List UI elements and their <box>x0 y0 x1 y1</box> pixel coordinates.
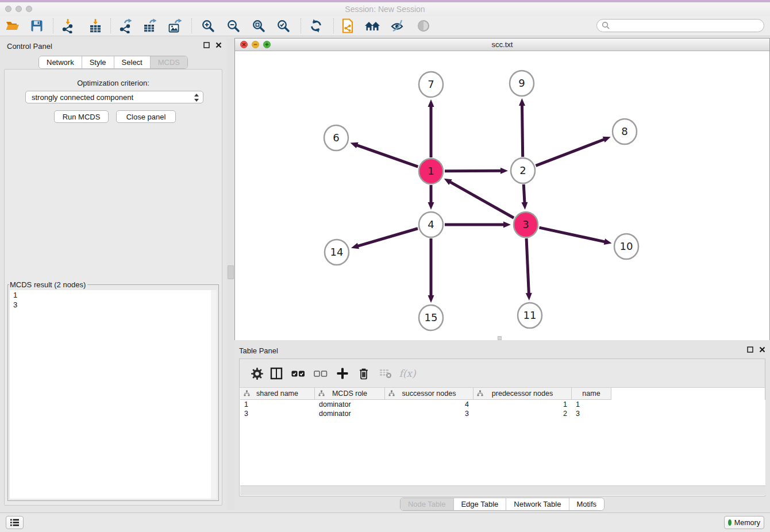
zoom-in-button[interactable] <box>198 18 218 34</box>
edge-arrow <box>351 142 359 148</box>
table-options-button[interactable] <box>248 365 266 382</box>
table-row[interactable]: 1dominator411 <box>240 400 765 409</box>
node-3[interactable]: 3 <box>514 212 538 237</box>
zoom-out-button[interactable] <box>224 18 243 34</box>
delete-table-button-disabled[interactable] <box>376 365 395 382</box>
task-history-button[interactable] <box>6 516 24 529</box>
zoom-selected-button[interactable] <box>274 18 293 34</box>
edge-4-14[interactable] <box>351 229 418 249</box>
tab-node-table[interactable]: Node Table <box>401 498 454 510</box>
mcds-result-area[interactable]: 13 <box>10 290 217 499</box>
search-input[interactable] <box>610 20 764 32</box>
zoom-fit-button[interactable] <box>249 18 268 34</box>
node-10[interactable]: 10 <box>614 234 638 259</box>
edge-2-8[interactable] <box>536 137 610 166</box>
tab-edge-table[interactable]: Edge Table <box>453 498 506 510</box>
save-session-button[interactable] <box>27 18 47 34</box>
column-header-label: MCDS role <box>332 390 367 398</box>
table-panel: Table Panel <box>234 342 770 510</box>
open-session-button[interactable] <box>3 18 22 34</box>
column-header-predecessor-nodes[interactable]: predecessor nodes <box>473 388 572 399</box>
result-value: 1 <box>10 290 217 300</box>
edge-3-11[interactable] <box>526 238 532 300</box>
new-network-button[interactable] <box>338 18 357 34</box>
edge-1-4[interactable] <box>428 185 434 210</box>
node-2[interactable]: 2 <box>511 158 535 183</box>
table-cell: 1 <box>473 400 572 409</box>
column-header-name[interactable]: name <box>572 388 611 399</box>
run-mcds-button[interactable]: Run MCDS <box>54 110 109 123</box>
float-panel-icon[interactable] <box>747 346 753 353</box>
column-header-shared-name[interactable]: shared name <box>240 388 315 399</box>
show-graphics-button-disabled[interactable] <box>414 18 433 34</box>
edge-1-7[interactable] <box>428 99 434 157</box>
column-header-mcds-role[interactable]: MCDS role <box>315 388 385 399</box>
splitter-grip[interactable] <box>228 265 234 279</box>
node-4[interactable]: 4 <box>419 212 443 237</box>
tab-motifs[interactable]: Motifs <box>569 498 604 510</box>
canvas-resize-handle[interactable] <box>498 336 502 340</box>
edge-1-2[interactable] <box>445 168 508 174</box>
column-header-successor-nodes[interactable]: successor nodes <box>385 388 473 399</box>
node-label: 6 <box>333 132 339 144</box>
close-panel-icon[interactable] <box>759 346 765 353</box>
edge-2-3[interactable] <box>521 184 528 210</box>
delete-columns-button[interactable] <box>355 365 373 382</box>
close-panel-button[interactable]: Close panel <box>116 110 176 123</box>
eye-slash-icon <box>390 19 405 33</box>
edge-3-10[interactable] <box>539 228 611 245</box>
deselect-all-button[interactable] <box>311 365 330 382</box>
export-network-button[interactable] <box>116 18 135 34</box>
table-scroll-strip[interactable] <box>240 485 765 495</box>
network-canvas[interactable]: 7968124314101511 <box>235 51 769 340</box>
edge-3-1[interactable] <box>444 179 514 218</box>
table-cell: 1 <box>240 400 315 409</box>
hierarchy-icon <box>388 390 395 398</box>
show-columns-button[interactable] <box>267 365 286 382</box>
mcds-result-fieldset: MCDS result (2 nodes) 13 <box>7 280 219 501</box>
hierarchy-icon <box>477 390 483 398</box>
import-network-button[interactable] <box>58 18 78 34</box>
edge-1-6[interactable] <box>351 142 418 167</box>
export-image-button[interactable] <box>165 18 185 34</box>
node-15[interactable]: 15 <box>419 305 443 330</box>
node-label: 3 <box>522 218 529 230</box>
edge-4-15[interactable] <box>428 238 434 303</box>
add-column-button[interactable] <box>333 365 352 382</box>
mcds-result-title: MCDS result (2 nodes) <box>9 280 87 289</box>
memory-button[interactable]: Memory <box>724 516 764 529</box>
edge-2-9[interactable] <box>519 98 525 157</box>
window-title: Session: New Session <box>0 2 770 16</box>
home-button[interactable] <box>363 18 382 34</box>
tab-select[interactable]: Select <box>114 56 151 68</box>
table-cell: 1 <box>572 400 611 409</box>
node-14[interactable]: 14 <box>325 240 349 265</box>
select-all-button[interactable] <box>289 365 307 382</box>
node-8[interactable]: 8 <box>613 119 637 144</box>
toolbar-separator <box>191 18 192 33</box>
node-6[interactable]: 6 <box>324 125 348 151</box>
criterion-select[interactable]: strongly connected component <box>25 91 203 103</box>
tab-style[interactable]: Style <box>82 56 114 68</box>
result-scrollbar[interactable] <box>211 290 217 499</box>
function-builder-button-disabled[interactable]: f(x) <box>398 365 417 382</box>
node-7[interactable]: 7 <box>419 72 443 97</box>
node-11[interactable]: 11 <box>518 303 542 328</box>
network-window-titlebar: scc.txt <box>235 38 769 51</box>
node-1[interactable]: 1 <box>419 159 443 184</box>
tab-mcds[interactable]: MCDS <box>151 56 187 68</box>
close-panel-icon[interactable] <box>215 42 222 48</box>
panel-splitter[interactable] <box>226 38 234 510</box>
table-row[interactable]: 3dominator323 <box>240 409 765 418</box>
export-table-button[interactable] <box>140 18 160 34</box>
node-table: f(x) shared nameMCDS rolesuccessor nodes… <box>239 358 765 496</box>
hide-graphics-button[interactable] <box>388 18 407 34</box>
gear-icon <box>251 368 263 380</box>
tab-network-table[interactable]: Network Table <box>506 498 569 510</box>
node-9[interactable]: 9 <box>510 71 534 96</box>
edge-4-3[interactable] <box>445 222 511 228</box>
float-panel-icon[interactable] <box>203 42 210 48</box>
tab-network[interactable]: Network <box>39 56 82 68</box>
apply-layout-button[interactable] <box>306 18 326 34</box>
import-table-button[interactable] <box>86 18 105 34</box>
